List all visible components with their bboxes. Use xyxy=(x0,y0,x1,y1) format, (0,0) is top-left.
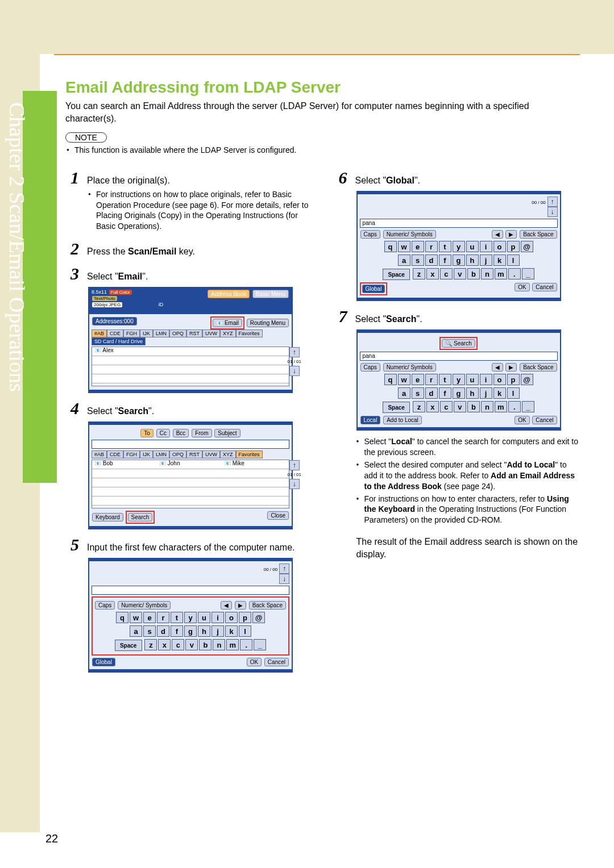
key[interactable]: q xyxy=(384,374,397,385)
alpha-tab[interactable]: RST xyxy=(186,329,202,337)
space-key[interactable]: Space xyxy=(383,269,410,280)
caps-button[interactable]: Caps xyxy=(95,601,115,610)
bcc-tab[interactable]: Bcc xyxy=(173,429,189,437)
key[interactable]: h xyxy=(466,387,479,399)
subject-tab[interactable]: Subject xyxy=(214,429,240,437)
cancel-button[interactable]: Cancel xyxy=(532,416,557,424)
numeric-symbols-button[interactable]: Numeric/ Symbols xyxy=(383,363,436,372)
key[interactable]: u xyxy=(466,374,479,385)
search-button[interactable]: 🔍 Search xyxy=(442,339,475,348)
cursor-left-icon[interactable]: ◀ xyxy=(492,363,503,372)
alpha-tab[interactable]: IJK xyxy=(140,450,153,458)
key[interactable]: n xyxy=(481,268,493,279)
close-button[interactable]: Close xyxy=(267,511,289,520)
scroll-up-icon[interactable]: ↑ xyxy=(289,347,300,357)
key[interactable]: h xyxy=(198,625,210,637)
key[interactable]: x xyxy=(426,268,439,279)
to-tab[interactable]: To xyxy=(140,429,154,437)
key[interactable]: c xyxy=(172,639,184,650)
key[interactable]: g xyxy=(184,625,197,637)
key[interactable]: e xyxy=(412,374,424,385)
key[interactable]: n xyxy=(481,401,493,412)
key[interactable]: z xyxy=(413,268,425,279)
key[interactable]: o xyxy=(493,374,506,385)
key[interactable]: j xyxy=(480,387,492,399)
key[interactable]: y xyxy=(184,612,197,623)
key[interactable]: . xyxy=(508,268,521,279)
key[interactable]: x xyxy=(158,639,171,650)
search-button[interactable]: Search xyxy=(128,513,153,521)
cursor-right-icon[interactable]: ▶ xyxy=(235,601,246,610)
key[interactable]: m xyxy=(226,639,239,650)
scroll-down-icon[interactable]: ↓ xyxy=(279,574,289,584)
basic-menu-button[interactable]: Basic Menu xyxy=(252,290,289,298)
key[interactable]: b xyxy=(467,268,480,279)
key[interactable]: s xyxy=(143,625,156,637)
alpha-tab[interactable]: FGH xyxy=(123,450,140,458)
key[interactable]: w xyxy=(130,612,142,623)
alpha-tab[interactable]: FGH xyxy=(123,329,140,337)
scroll-down-icon[interactable]: ↓ xyxy=(289,479,300,489)
backspace-button[interactable]: Back Space xyxy=(520,230,557,239)
key[interactable]: _ xyxy=(522,268,534,279)
key[interactable]: l xyxy=(239,625,251,637)
address-book-button[interactable]: Address Book xyxy=(208,290,250,298)
caps-button[interactable]: Caps xyxy=(360,363,380,372)
recipient-input[interactable] xyxy=(92,440,289,449)
scroll-up-icon[interactable]: ↑ xyxy=(289,460,300,470)
key[interactable]: i xyxy=(211,612,224,623)
numeric-symbols-button[interactable]: Numeric/ Symbols xyxy=(383,230,436,239)
key[interactable]: m xyxy=(495,268,507,279)
key[interactable]: o xyxy=(225,612,238,623)
key[interactable]: l xyxy=(507,387,520,399)
global-button[interactable]: Global xyxy=(362,285,385,293)
alpha-tab[interactable]: #AB xyxy=(92,329,107,337)
key[interactable]: p xyxy=(507,374,520,385)
key[interactable]: f xyxy=(171,625,183,637)
alpha-tab[interactable]: OPQ xyxy=(169,329,186,337)
numeric-symbols-button[interactable]: Numeric/ Symbols xyxy=(118,601,171,610)
key[interactable]: o xyxy=(493,241,506,252)
alpha-tab[interactable]: XYZ xyxy=(220,329,236,337)
key[interactable]: p xyxy=(507,241,520,252)
scroll-up-icon[interactable]: ↑ xyxy=(547,197,558,207)
scroll-down-icon[interactable]: ↓ xyxy=(289,366,300,376)
cursor-right-icon[interactable]: ▶ xyxy=(505,230,517,239)
key[interactable]: y xyxy=(453,241,465,252)
key[interactable]: t xyxy=(439,374,451,385)
list-item[interactable]: 📧 Mike xyxy=(224,460,289,469)
key[interactable]: u xyxy=(466,241,479,252)
ok-button[interactable]: OK xyxy=(515,283,529,291)
key[interactable]: j xyxy=(211,625,224,637)
key[interactable]: d xyxy=(425,254,438,266)
list-item[interactable]: 📧 Alex xyxy=(92,347,289,356)
key[interactable]: p xyxy=(239,612,251,623)
key[interactable]: i xyxy=(480,241,492,252)
key[interactable]: h xyxy=(466,254,479,266)
key[interactable]: r xyxy=(425,241,438,252)
caps-button[interactable]: Caps xyxy=(360,230,380,239)
local-button[interactable]: Local xyxy=(360,416,381,424)
routing-menu-button[interactable]: Routing Menu xyxy=(247,319,289,327)
alpha-tab[interactable]: IJK xyxy=(140,329,153,337)
ok-button[interactable]: OK xyxy=(515,416,529,424)
key[interactable]: t xyxy=(171,612,183,623)
key[interactable]: v xyxy=(454,401,466,412)
key[interactable]: u xyxy=(198,612,210,623)
alpha-tab[interactable]: OPQ xyxy=(169,450,186,458)
key[interactable]: z xyxy=(144,639,157,650)
alpha-tab[interactable]: #AB xyxy=(92,450,107,458)
list-item[interactable]: 📧 Bob xyxy=(94,460,159,469)
key[interactable]: _ xyxy=(522,401,534,412)
global-button[interactable]: Global xyxy=(92,658,115,666)
key[interactable]: c xyxy=(440,268,453,279)
key[interactable]: e xyxy=(412,241,424,252)
sdcard-button[interactable]: SD Card / Hard Drive xyxy=(92,337,146,345)
key[interactable]: c xyxy=(440,401,453,412)
key[interactable]: s xyxy=(412,387,424,399)
key[interactable]: f xyxy=(439,387,451,399)
key[interactable]: q xyxy=(116,612,128,623)
space-key[interactable]: Space xyxy=(383,402,410,413)
key[interactable]: r xyxy=(425,374,438,385)
alpha-tab[interactable]: UVW xyxy=(202,450,220,458)
